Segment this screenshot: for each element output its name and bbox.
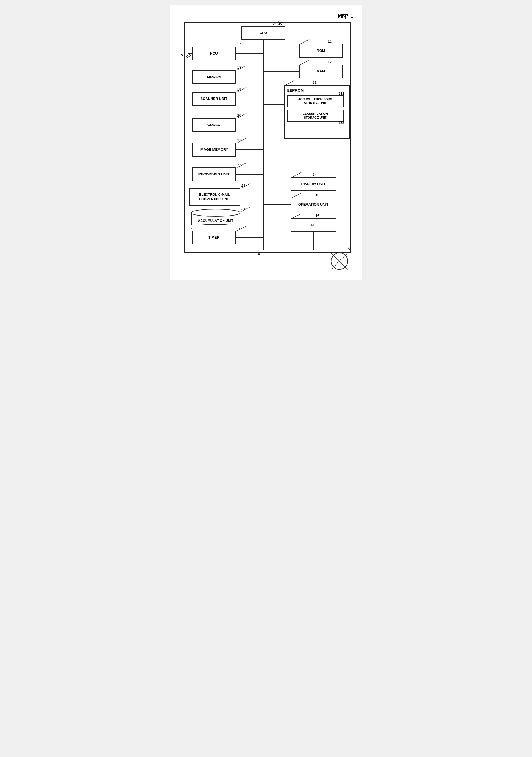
timer-label: TIMER xyxy=(208,235,219,240)
ncu-box: NCU xyxy=(192,47,236,60)
email-ref: 23 xyxy=(241,183,245,188)
eeprom-box: EEPROM ACCUMULATION-FORMSTORAGE UNIT 131… xyxy=(284,85,350,139)
ncu-ref: 17 xyxy=(237,42,241,46)
email-label: ELECTRONIC-MAILCONVERTING UNIT xyxy=(199,193,230,201)
image-memory-box: IMAGE MEMORY xyxy=(192,143,236,157)
sub1-ref: 131 xyxy=(339,92,344,96)
eeprom-ref: 13 xyxy=(313,80,317,84)
email-box: ELECTRONIC-MAILCONVERTING UNIT xyxy=(189,188,240,206)
operation-ref: 15 xyxy=(316,193,319,197)
ref-4: 4 xyxy=(258,252,260,256)
sub2-ref: 132 xyxy=(339,121,344,125)
rom-box: ROM xyxy=(299,44,343,58)
modem-label: MODEM xyxy=(207,75,221,79)
network-circle-svg xyxy=(330,252,349,271)
timer-box: TIMER xyxy=(192,231,236,244)
rom-label: ROM xyxy=(317,48,325,53)
accumulation-unit: ACCUMULATION UNIT xyxy=(191,209,241,230)
recording-box: RECORDING UNIT xyxy=(192,167,236,181)
diagram-container: 1 MFP P xyxy=(176,11,357,275)
accumulation-form-label: ACCUMULATION-FORMSTORAGE UNIT xyxy=(298,98,332,105)
codec-label: CODEC xyxy=(208,123,220,127)
page: 1 MFP P xyxy=(170,6,362,280)
cpu-ref: 10 xyxy=(278,21,282,25)
image-memory-label: IMAGE MEMORY xyxy=(200,147,228,152)
network-symbol: N xyxy=(330,252,349,272)
intf-ref: 16 xyxy=(316,214,319,218)
ref-1: 1 xyxy=(351,14,353,19)
recording-label: RECORDING UNIT xyxy=(198,172,229,177)
accumulation-ref: 24 xyxy=(241,207,245,211)
eeprom-label: EEPROM xyxy=(287,88,304,93)
mfp-label: MFP xyxy=(338,13,349,19)
intf-box: I/F xyxy=(291,218,336,232)
svg-rect-43 xyxy=(191,225,240,228)
recording-ref: 22 xyxy=(237,163,241,167)
p-label: P xyxy=(181,53,183,58)
operation-label: OPERATION UNIT xyxy=(298,202,328,207)
n-label: N xyxy=(347,247,350,251)
cpu-label: CPU xyxy=(260,31,267,35)
classification-label: CLASSIFICATIONSTORAGE UNIT xyxy=(303,112,327,119)
codec-box: CODEC xyxy=(192,118,236,132)
intf-label: I/F xyxy=(311,223,315,227)
ram-label: RAM xyxy=(317,69,325,74)
scanner-label: SCANNER UNIT xyxy=(200,97,227,101)
scanner-box: SCANNER UNIT xyxy=(192,92,236,106)
modem-box: MODEM xyxy=(192,70,236,84)
ram-ref: 12 xyxy=(328,60,332,64)
codec-ref: 20 xyxy=(237,113,241,117)
rom-ref: 11 xyxy=(328,39,332,44)
scanner-ref: 19 xyxy=(237,87,241,91)
display-label: DISPLAY UNIT xyxy=(301,182,326,186)
svg-text:ACCUMULATION UNIT: ACCUMULATION UNIT xyxy=(198,219,233,223)
svg-point-41 xyxy=(191,209,240,216)
display-ref: 14 xyxy=(313,172,317,176)
cylinder-svg: ACCUMULATION UNIT xyxy=(191,209,241,229)
display-box: DISPLAY UNIT xyxy=(291,177,336,191)
operation-box: OPERATION UNIT xyxy=(291,198,336,211)
modem-ref: 18 xyxy=(237,65,241,70)
cpu-box: CPU xyxy=(241,26,285,40)
image-memory-ref: 21 xyxy=(237,138,241,142)
ram-box: RAM xyxy=(299,65,343,78)
ncu-label: NCU xyxy=(210,51,217,56)
